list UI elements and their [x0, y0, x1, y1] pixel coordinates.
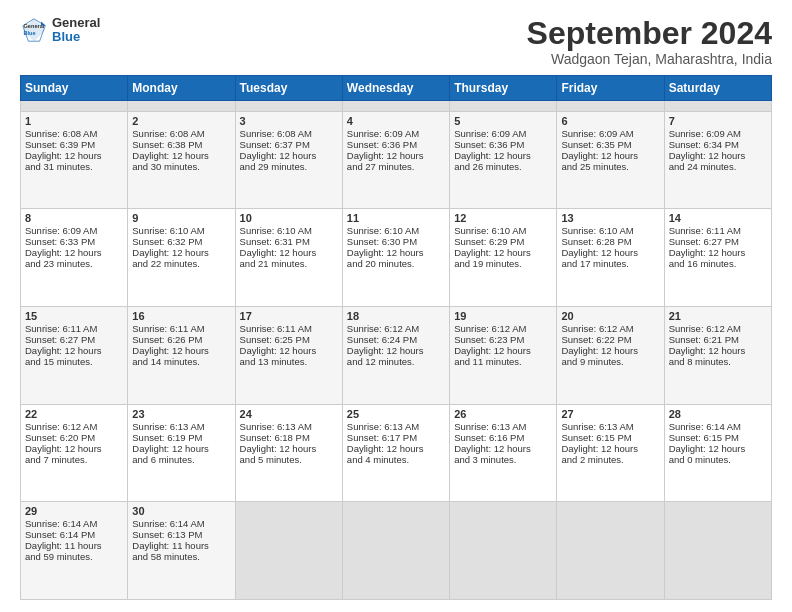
day-info-line: and 6 minutes. — [132, 454, 230, 465]
day-number: 12 — [454, 212, 552, 224]
day-number: 16 — [132, 310, 230, 322]
day-info-line: Daylight: 12 hours — [454, 247, 552, 258]
day-info-line: and 13 minutes. — [240, 356, 338, 367]
header: General Blue General Blue September 2024… — [20, 16, 772, 67]
calendar-cell — [450, 502, 557, 600]
day-info-line: and 17 minutes. — [561, 258, 659, 269]
calendar-cell: 15Sunrise: 6:11 AMSunset: 6:27 PMDayligh… — [21, 307, 128, 405]
calendar-cell: 25Sunrise: 6:13 AMSunset: 6:17 PMDayligh… — [342, 404, 449, 502]
day-info-line: Sunrise: 6:08 AM — [132, 128, 230, 139]
day-info-line: Daylight: 12 hours — [669, 345, 767, 356]
day-info-line: and 11 minutes. — [454, 356, 552, 367]
day-info-line: Sunrise: 6:11 AM — [240, 323, 338, 334]
calendar-cell: 14Sunrise: 6:11 AMSunset: 6:27 PMDayligh… — [664, 209, 771, 307]
day-info-line: Sunrise: 6:13 AM — [347, 421, 445, 432]
calendar-row — [21, 101, 772, 112]
day-info-line: Sunrise: 6:14 AM — [669, 421, 767, 432]
day-info-line: and 12 minutes. — [347, 356, 445, 367]
calendar-row: 1Sunrise: 6:08 AMSunset: 6:39 PMDaylight… — [21, 111, 772, 209]
day-number: 6 — [561, 115, 659, 127]
day-info-line: Daylight: 12 hours — [561, 150, 659, 161]
calendar-cell: 30Sunrise: 6:14 AMSunset: 6:13 PMDayligh… — [128, 502, 235, 600]
day-number: 29 — [25, 505, 123, 517]
day-number: 19 — [454, 310, 552, 322]
calendar-cell: 3Sunrise: 6:08 AMSunset: 6:37 PMDaylight… — [235, 111, 342, 209]
day-info-line: and 5 minutes. — [240, 454, 338, 465]
calendar-header-row: Sunday Monday Tuesday Wednesday Thursday… — [21, 76, 772, 101]
title-section: September 2024 Wadgaon Tejan, Maharashtr… — [527, 16, 772, 67]
day-info-line: Sunset: 6:25 PM — [240, 334, 338, 345]
day-info-line: Sunset: 6:24 PM — [347, 334, 445, 345]
day-info-line: Sunset: 6:26 PM — [132, 334, 230, 345]
day-info-line: Sunset: 6:20 PM — [25, 432, 123, 443]
calendar-row: 22Sunrise: 6:12 AMSunset: 6:20 PMDayligh… — [21, 404, 772, 502]
day-info-line: and 31 minutes. — [25, 161, 123, 172]
day-info-line: Sunrise: 6:13 AM — [240, 421, 338, 432]
day-info-line: Daylight: 12 hours — [561, 345, 659, 356]
day-number: 8 — [25, 212, 123, 224]
logo-blue-text: Blue — [52, 30, 100, 44]
day-info-line: Daylight: 12 hours — [669, 247, 767, 258]
calendar-cell: 5Sunrise: 6:09 AMSunset: 6:36 PMDaylight… — [450, 111, 557, 209]
day-info-line: Daylight: 12 hours — [132, 150, 230, 161]
day-number: 1 — [25, 115, 123, 127]
calendar-cell — [557, 502, 664, 600]
day-info-line: Daylight: 12 hours — [240, 150, 338, 161]
day-info-line: Daylight: 12 hours — [561, 247, 659, 258]
day-number: 17 — [240, 310, 338, 322]
day-info-line: Sunset: 6:13 PM — [132, 529, 230, 540]
day-info-line: Daylight: 11 hours — [25, 540, 123, 551]
month-title: September 2024 — [527, 16, 772, 51]
calendar-cell: 6Sunrise: 6:09 AMSunset: 6:35 PMDaylight… — [557, 111, 664, 209]
day-info-line: Sunset: 6:15 PM — [669, 432, 767, 443]
day-info-line: and 27 minutes. — [347, 161, 445, 172]
day-info-line: Sunset: 6:21 PM — [669, 334, 767, 345]
day-info-line: and 30 minutes. — [132, 161, 230, 172]
day-info-line: Sunset: 6:27 PM — [669, 236, 767, 247]
day-info-line: and 8 minutes. — [669, 356, 767, 367]
day-info-line: Sunrise: 6:10 AM — [454, 225, 552, 236]
day-info-line: Sunrise: 6:08 AM — [240, 128, 338, 139]
calendar-cell: 17Sunrise: 6:11 AMSunset: 6:25 PMDayligh… — [235, 307, 342, 405]
calendar-cell: 12Sunrise: 6:10 AMSunset: 6:29 PMDayligh… — [450, 209, 557, 307]
calendar-cell: 16Sunrise: 6:11 AMSunset: 6:26 PMDayligh… — [128, 307, 235, 405]
calendar-cell: 18Sunrise: 6:12 AMSunset: 6:24 PMDayligh… — [342, 307, 449, 405]
day-number: 5 — [454, 115, 552, 127]
day-number: 22 — [25, 408, 123, 420]
day-info-line: Sunset: 6:30 PM — [347, 236, 445, 247]
day-info-line: Sunset: 6:15 PM — [561, 432, 659, 443]
day-number: 28 — [669, 408, 767, 420]
calendar-cell: 11Sunrise: 6:10 AMSunset: 6:30 PMDayligh… — [342, 209, 449, 307]
day-info-line: Sunrise: 6:11 AM — [132, 323, 230, 334]
day-info-line: Sunset: 6:14 PM — [25, 529, 123, 540]
day-info-line: and 23 minutes. — [25, 258, 123, 269]
calendar-row: 8Sunrise: 6:09 AMSunset: 6:33 PMDaylight… — [21, 209, 772, 307]
day-info-line: Sunrise: 6:09 AM — [669, 128, 767, 139]
day-number: 9 — [132, 212, 230, 224]
calendar-cell: 20Sunrise: 6:12 AMSunset: 6:22 PMDayligh… — [557, 307, 664, 405]
day-info-line: Sunrise: 6:10 AM — [347, 225, 445, 236]
day-info-line: Daylight: 12 hours — [240, 443, 338, 454]
day-info-line: Daylight: 12 hours — [25, 247, 123, 258]
day-info-line: Sunset: 6:27 PM — [25, 334, 123, 345]
day-info-line: Sunrise: 6:12 AM — [454, 323, 552, 334]
day-number: 4 — [347, 115, 445, 127]
day-info-line: Sunrise: 6:09 AM — [347, 128, 445, 139]
logo-icon: General Blue — [20, 16, 48, 44]
day-info-line: Sunrise: 6:12 AM — [25, 421, 123, 432]
calendar-cell — [235, 502, 342, 600]
day-number: 7 — [669, 115, 767, 127]
day-info-line: Daylight: 12 hours — [25, 443, 123, 454]
day-info-line: Daylight: 12 hours — [454, 443, 552, 454]
calendar-cell: 29Sunrise: 6:14 AMSunset: 6:14 PMDayligh… — [21, 502, 128, 600]
calendar-cell — [21, 101, 128, 112]
day-info-line: Sunrise: 6:13 AM — [132, 421, 230, 432]
day-info-line: Sunrise: 6:14 AM — [132, 518, 230, 529]
day-info-line: Sunrise: 6:14 AM — [25, 518, 123, 529]
day-info-line: Sunrise: 6:09 AM — [454, 128, 552, 139]
logo-text: General Blue — [52, 16, 100, 45]
day-number: 13 — [561, 212, 659, 224]
calendar-cell: 28Sunrise: 6:14 AMSunset: 6:15 PMDayligh… — [664, 404, 771, 502]
header-monday: Monday — [128, 76, 235, 101]
day-info-line: Sunset: 6:36 PM — [454, 139, 552, 150]
